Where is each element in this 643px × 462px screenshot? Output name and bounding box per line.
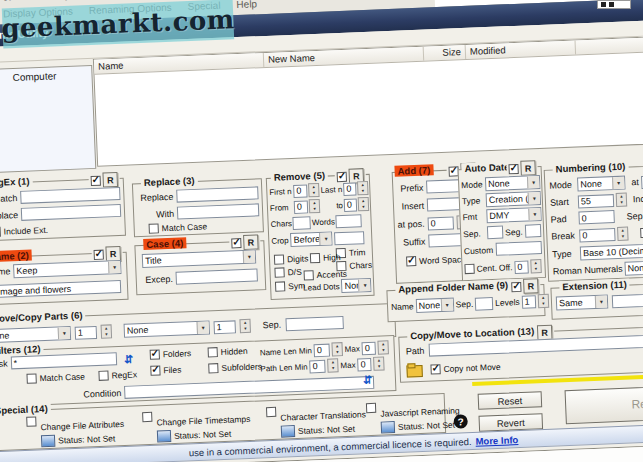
name-value-input[interactable]: image and flowers <box>0 280 121 298</box>
folder-tree[interactable]: Computer <box>0 65 96 174</box>
replace-with-input[interactable] <box>177 203 259 219</box>
regex-enable-checkbox[interactable] <box>91 175 101 185</box>
auto-date-off-spinner[interactable] <box>530 259 542 273</box>
remove-lead-dots-dropdown[interactable]: Non <box>341 278 372 293</box>
filters-hidden-checkbox[interactable] <box>208 347 218 357</box>
numbering-type-dropdown[interactable]: Base 10 (Decimal) <box>580 241 643 260</box>
append-folder-reset-button[interactable]: R <box>523 278 539 294</box>
numbering-start-input[interactable]: 55 <box>578 194 614 208</box>
filters-path-len-min-input[interactable]: 0 <box>309 359 326 373</box>
numbering-roman-dropdown[interactable]: None <box>624 260 643 276</box>
remove-crop-dropdown[interactable]: Before <box>290 231 333 247</box>
move-copy-from-count-input[interactable]: 1 <box>75 325 98 339</box>
filters-path-len-max-input[interactable]: 0 <box>357 357 372 371</box>
numbering-mode-dropdown[interactable]: None <box>577 176 626 192</box>
filters-path-len-max-spinner[interactable] <box>373 356 385 370</box>
numbering-pad-input[interactable]: 0 <box>578 210 614 224</box>
auto-date-reset-button[interactable]: R <box>520 160 536 176</box>
replace-replace-input[interactable] <box>176 186 258 202</box>
remove-last-spinner[interactable] <box>357 181 369 195</box>
case-excep-input[interactable] <box>175 268 257 284</box>
append-folder-enable-checkbox[interactable] <box>511 281 521 291</box>
move-copy-to-count-spinner[interactable] <box>239 319 251 333</box>
rename-button[interactable]: Rename <box>565 383 643 424</box>
special-attributes-checkbox[interactable] <box>26 416 36 426</box>
case-enable-checkbox[interactable] <box>231 238 241 248</box>
name-mode-dropdown[interactable]: Keep <box>13 260 121 278</box>
remove-first-input[interactable]: 0 <box>293 184 308 198</box>
browse-folder-icon[interactable] <box>406 365 422 378</box>
auto-date-mode-dropdown[interactable]: None <box>485 175 541 191</box>
remove-from-input[interactable]: 0 <box>294 200 309 214</box>
filters-name-len-max-spinner[interactable] <box>378 340 390 354</box>
numbering-start-spinner[interactable] <box>616 193 628 207</box>
add-at-pos-input[interactable]: 0 <box>427 216 454 230</box>
replace-match-case-checkbox[interactable] <box>149 223 159 233</box>
remove-ds-checkbox[interactable] <box>274 267 284 277</box>
remove-last-input[interactable]: 0 <box>343 182 357 196</box>
more-info-link[interactable]: More Info <box>475 434 518 447</box>
auto-date-sep-input[interactable] <box>487 226 504 240</box>
auto-date-type-dropdown[interactable]: Creation (Cur <box>486 191 542 207</box>
remove-to-input[interactable]: 0 <box>344 198 358 212</box>
column-header-size[interactable]: Size <box>424 45 467 61</box>
filters-folders-checkbox[interactable] <box>150 349 160 359</box>
remove-crop-input[interactable] <box>334 231 364 245</box>
auto-date-custom-input[interactable] <box>496 241 542 256</box>
refresh-icon[interactable] <box>361 375 374 385</box>
filters-path-len-min-spinner[interactable] <box>327 358 339 372</box>
column-header-modified[interactable]: Modified <box>466 40 576 58</box>
remove-from-spinner[interactable] <box>309 199 321 213</box>
special-translations-checkbox[interactable] <box>266 407 276 417</box>
add-word-space-checkbox[interactable] <box>406 256 416 266</box>
filters-name-len-min-input[interactable]: 0 <box>314 343 331 357</box>
move-copy-from-dropdown[interactable]: None <box>0 326 71 343</box>
append-folder-levels-spinner[interactable] <box>537 294 549 308</box>
filters-match-case-checkbox[interactable] <box>26 373 36 383</box>
append-folder-mode-dropdown[interactable]: None <box>415 298 454 314</box>
auto-date-fmt-dropdown[interactable]: DMY <box>486 207 542 223</box>
special-timestamps-checkbox[interactable] <box>142 412 152 422</box>
filters-files-checkbox[interactable] <box>150 365 160 375</box>
regex-reset-button[interactable]: R <box>102 172 118 188</box>
remove-sym-checkbox[interactable] <box>275 281 285 291</box>
case-reset-button[interactable]: R <box>243 234 259 250</box>
move-copy-to-count-input[interactable]: 1 <box>213 320 236 334</box>
filters-subfolders-checkbox[interactable] <box>208 363 218 373</box>
refresh-icon[interactable] <box>122 354 135 364</box>
auto-date-off-input[interactable]: 0 <box>514 260 529 274</box>
remove-accents-checkbox[interactable] <box>304 270 314 280</box>
auto-date-cent-checkbox[interactable] <box>464 264 474 274</box>
remove-enable-checkbox[interactable] <box>337 171 347 181</box>
filters-name-len-max-input[interactable]: 0 <box>362 341 377 355</box>
filters-regex-checkbox[interactable] <box>98 371 108 381</box>
copy-not-move-checkbox[interactable] <box>430 364 440 374</box>
tree-item-computer[interactable]: Computer <box>12 70 56 83</box>
move-copy-to-dropdown[interactable]: None <box>124 320 210 337</box>
extension-value-input[interactable] <box>612 290 643 308</box>
numbering-break-spinner[interactable] <box>617 227 629 241</box>
regex-match-input[interactable] <box>20 187 120 204</box>
remove-digits-checkbox[interactable] <box>274 254 284 264</box>
append-folder-sep-input[interactable] <box>475 297 494 311</box>
menu-help[interactable]: Help <box>236 0 257 10</box>
remove-high-checkbox[interactable] <box>310 253 320 263</box>
remove-chars-input[interactable] <box>293 216 312 230</box>
remove-first-spinner[interactable] <box>308 183 320 197</box>
remove-to-spinner[interactable] <box>358 197 370 211</box>
regex-replace-input[interactable] <box>21 204 121 221</box>
move-copy-from-count-spinner[interactable] <box>101 324 113 338</box>
auto-date-seg-input[interactable] <box>524 224 541 238</box>
numbering-break-input[interactable]: 0 <box>579 228 615 242</box>
reset-button[interactable]: Reset <box>478 391 543 410</box>
append-folder-levels-input[interactable]: 1 <box>521 295 536 309</box>
extension-mode-dropdown[interactable]: Same <box>556 294 609 310</box>
special-javascript-checkbox[interactable] <box>366 403 376 413</box>
name-enable-checkbox[interactable] <box>94 249 104 259</box>
regex-include-ext-checkbox[interactable] <box>0 227 1 237</box>
auto-date-enable-checkbox[interactable] <box>508 163 518 173</box>
filters-mask-input[interactable]: * <box>10 352 116 369</box>
filters-name-len-min-spinner[interactable] <box>331 342 343 356</box>
move-copy-sep-input[interactable] <box>285 316 343 331</box>
case-mode-dropdown[interactable]: Title <box>142 250 256 269</box>
